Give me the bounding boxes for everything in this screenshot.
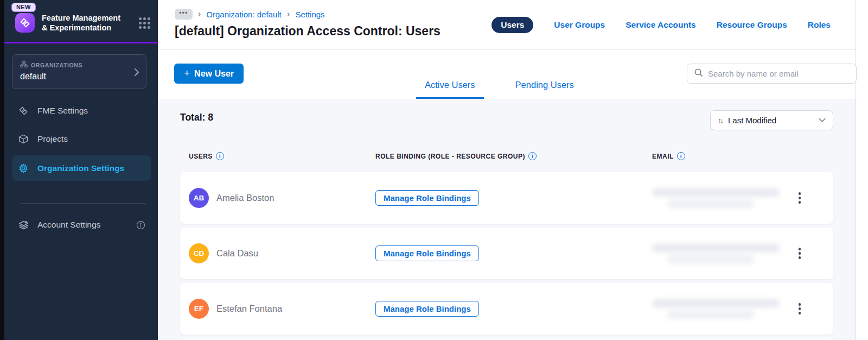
sidebar: NEW Feature Management & Experimentation [4, 0, 158, 340]
fme-settings-icon [17, 105, 29, 116]
screen: NEW Feature Management & Experimentation [0, 0, 868, 340]
sidebar-header: NEW Feature Management & Experimentation [4, 0, 158, 43]
organization-selector[interactable]: ORGANIZATIONS default [12, 54, 146, 89]
tab-pending-users[interactable]: Pending Users [507, 80, 583, 99]
sidebar-item-label: Organization Settings [37, 163, 124, 173]
kebab-menu-icon[interactable] [788, 190, 812, 206]
table-row: AB Amelia Boston Manage Role Bindings [180, 172, 833, 224]
info-icon[interactable]: i [528, 152, 537, 160]
org-hierarchy-icon [20, 60, 28, 70]
email-redacted [652, 244, 780, 263]
tab-users[interactable]: Users [492, 17, 533, 33]
new-badge: NEW [11, 3, 36, 12]
desktop-edge-strip [0, 0, 4, 340]
sort-arrows-icon: ↑↓ [718, 116, 722, 125]
breadcrumb-organization-link[interactable]: Organization: default [206, 10, 281, 19]
email-redacted [652, 299, 780, 319]
breadcrumb-settings-link[interactable]: Settings [295, 10, 324, 19]
breadcrumb-ellipsis[interactable]: ••• [175, 9, 193, 20]
fme-logo-icon [15, 13, 35, 33]
cube-icon [17, 134, 29, 144]
avatar: AB [189, 188, 209, 208]
chevron-separator-icon: › [287, 10, 290, 18]
sidebar-item-label: Account Settings [37, 220, 100, 230]
user-name: Estefan Fontana [216, 304, 282, 314]
info-icon[interactable]: i [216, 152, 224, 160]
app-grid-icon[interactable] [139, 17, 150, 29]
table-row: EF Estefan Fontana Manage Role Bindings [180, 283, 833, 335]
table-row: CD Cala Dasu Manage Role Bindings [180, 228, 833, 279]
chevron-down-icon [819, 118, 826, 123]
gear-icon [17, 163, 29, 174]
window-right-gutter [856, 0, 868, 340]
page-header: ••• › Organization: default › Settings [… [158, 0, 856, 50]
access-control-tabs: Users User Groups Service Accounts Resou… [492, 17, 831, 33]
user-name: Cala Dasu [216, 248, 258, 259]
avatar: CD [189, 243, 209, 263]
table-header-row: USERS i ROLE BINDING (ROLE - RESOURCE GR… [180, 152, 833, 160]
email-redacted [652, 188, 780, 208]
column-header-users: USERS i [189, 152, 375, 160]
manage-role-bindings-button[interactable]: Manage Role Bindings [375, 301, 479, 317]
sidebar-nav: FME Settings Projects [12, 99, 151, 185]
page-title: [default] Organization Access Control: U… [175, 24, 441, 39]
search-input[interactable] [708, 69, 850, 78]
sidebar-item-organization-settings[interactable]: Organization Settings [12, 155, 151, 181]
new-user-button-label: New User [194, 69, 234, 79]
column-header-label: EMAIL [652, 153, 674, 160]
avatar: EF [189, 299, 209, 319]
sidebar-item-label: FME Settings [37, 106, 88, 116]
user-state-tabs: Active Users Pending Users [416, 80, 583, 99]
search-icon [694, 68, 703, 79]
tab-roles[interactable]: Roles [808, 20, 831, 30]
column-header-email: EMAIL i [652, 152, 781, 160]
org-selector-label: ORGANIZATIONS [31, 62, 82, 68]
sidebar-item-label: Projects [37, 134, 68, 144]
sidebar-item-fme-settings[interactable]: FME Settings [12, 99, 151, 123]
user-name: Amelia Boston [216, 193, 274, 203]
chevron-right-icon [134, 68, 139, 79]
new-user-button[interactable]: + New User [174, 64, 244, 84]
breadcrumb: ••• › Organization: default › Settings [175, 9, 325, 20]
toolbar: + New User Active Users Pending Users [158, 50, 856, 99]
sidebar-item-account-settings[interactable]: Account Settings [12, 213, 151, 237]
tab-service-accounts[interactable]: Service Accounts [626, 20, 696, 30]
info-icon[interactable]: i [677, 152, 685, 160]
tab-resource-groups[interactable]: Resource Groups [717, 20, 787, 30]
tab-active-users[interactable]: Active Users [416, 80, 484, 99]
layers-gear-icon [17, 219, 29, 231]
kebab-menu-icon[interactable] [788, 245, 812, 261]
main-panel: ••• › Organization: default › Settings [… [158, 0, 856, 340]
sort-dropdown[interactable]: ↑↓ Last Modified [710, 110, 833, 130]
column-header-label: USERS [189, 153, 213, 160]
user-rows: AB Amelia Boston Manage Role Bindings CD… [180, 172, 833, 340]
manage-role-bindings-button[interactable]: Manage Role Bindings [375, 190, 479, 206]
content-area: Total: 8 ↑↓ Last Modified USERS i ROLE B… [158, 100, 856, 340]
total-count: Total: 8 [180, 112, 213, 123]
column-header-label: ROLE BINDING (ROLE - RESOURCE GROUP) [375, 153, 525, 160]
sidebar-item-projects[interactable]: Projects [12, 127, 151, 151]
plus-icon: + [184, 67, 190, 79]
chevron-separator-icon: › [198, 10, 201, 18]
kebab-menu-icon[interactable] [788, 301, 812, 317]
sidebar-divider [21, 203, 146, 204]
column-header-role-binding: ROLE BINDING (ROLE - RESOURCE GROUP) i [375, 152, 652, 160]
app-title: Feature Management & Experimentation [42, 13, 123, 33]
search-box [687, 64, 857, 84]
info-icon[interactable] [136, 221, 145, 230]
tab-user-groups[interactable]: User Groups [554, 20, 605, 30]
org-selector-value: default [20, 72, 139, 81]
sort-dropdown-value: Last Modified [728, 116, 776, 125]
manage-role-bindings-button[interactable]: Manage Role Bindings [375, 245, 479, 261]
